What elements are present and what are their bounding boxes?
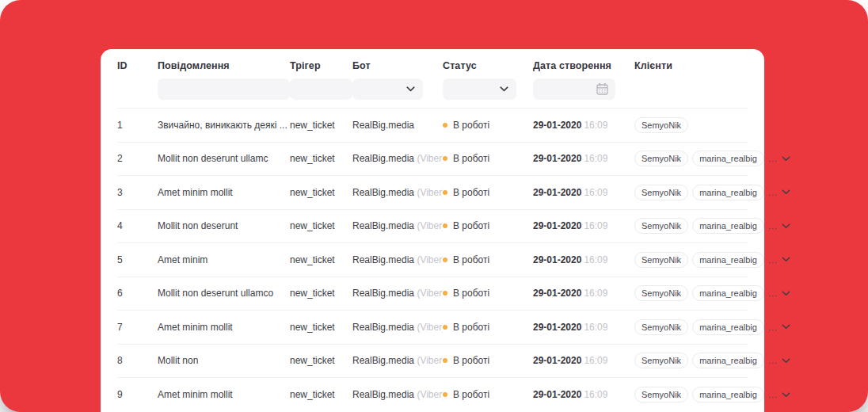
time-value: 16:09 <box>584 187 607 198</box>
client-chip: SemyoNik <box>634 185 688 200</box>
bot-channel: (Viber) <box>417 389 443 400</box>
bot-channel: (Viber) <box>417 288 443 299</box>
clients-more-wrap: ... <box>768 356 790 365</box>
message-filter-input[interactable] <box>158 78 290 100</box>
client-chip: marina_realbig <box>692 151 764 166</box>
column-label-id: ID <box>117 60 158 72</box>
app-background: ID Повідомлення Трігер Бот Статус <box>0 0 868 412</box>
ticket-message: Amet minim mollit <box>158 187 290 198</box>
client-chip: SemyoNik <box>634 252 688 268</box>
client-chip: SemyoNik <box>634 218 688 234</box>
chevron-down-icon[interactable] <box>782 324 790 330</box>
ticket-bot: RealBig.media (Viber) <box>352 355 443 366</box>
ticket-trigger: new_ticket <box>290 288 352 299</box>
clients-more-wrap: ... <box>768 288 790 298</box>
bot-name: RealBig.media <box>352 355 414 366</box>
ticket-bot: RealBig.media (Viber) <box>352 220 443 231</box>
bot-channel: (Viber) <box>417 153 443 164</box>
table-row[interactable]: 6 Mollit non deserunt ullamco new_ticket… <box>117 277 748 311</box>
status-dot <box>443 291 447 296</box>
table-row[interactable]: 8 Mollit non new_ticket RealBig.media (V… <box>117 345 748 379</box>
status-dot <box>443 190 447 195</box>
table-row[interactable]: 5 Amet minim new_ticket RealBig.media (V… <box>117 243 748 277</box>
ticket-created-date: 29-01-202016:09 <box>533 322 634 333</box>
status-label: В роботі <box>453 220 489 231</box>
table-row[interactable]: 2 Mollit non deserunt ullamc new_ticket … <box>117 143 748 177</box>
chevron-down-icon <box>500 86 508 92</box>
column-date: Дата створення <box>533 60 634 108</box>
bot-channel: (Viber) <box>417 322 443 333</box>
ticket-bot: RealBig.media (Viber) <box>352 322 443 333</box>
ticket-message: Mollit non deserunt ullamco <box>158 288 290 299</box>
table-row[interactable]: 4 Mollit non deserunt new_ticket RealBig… <box>117 210 748 244</box>
ticket-clients: SemyoNikmarina_realbig ... <box>634 353 790 368</box>
ticket-clients: SemyoNikmarina_realbig ... <box>634 387 790 402</box>
trigger-filter-input[interactable] <box>290 78 352 100</box>
ticket-bot: RealBig.media (Viber) <box>352 389 443 400</box>
table-row[interactable]: 3 Amet minim mollit new_ticket RealBig.m… <box>117 176 748 210</box>
client-chip: marina_realbig <box>692 387 764 402</box>
ticket-status: В роботі <box>443 355 533 366</box>
chevron-down-icon[interactable] <box>782 257 790 262</box>
status-dot <box>443 156 447 161</box>
chevron-down-icon[interactable] <box>782 358 790 364</box>
client-chip: marina_realbig <box>692 319 764 335</box>
status-filter-select[interactable] <box>443 78 516 100</box>
ticket-message: Amet minim mollit <box>158 322 290 333</box>
date-value: 29-01-2020 <box>533 153 581 164</box>
ticket-clients: SemyoNikmarina_realbig ... <box>634 285 790 301</box>
ticket-trigger: new_ticket <box>290 254 352 265</box>
ticket-clients: SemyoNikmarina_realbig ... <box>634 252 790 268</box>
ticket-message: Mollit non <box>158 355 290 366</box>
bot-name: RealBig.media <box>352 288 414 299</box>
table-row[interactable]: 1 Звичайно, виникають деякі ... new_tick… <box>117 109 748 143</box>
ticket-id: 6 <box>117 288 158 299</box>
column-label-trigger: Трігер <box>290 60 352 72</box>
ticket-created-date: 29-01-202016:09 <box>533 153 634 164</box>
status-dot <box>443 392 447 397</box>
bot-channel: (Viber) <box>417 254 443 265</box>
status-label: В роботі <box>453 254 489 265</box>
ticket-id: 3 <box>117 187 158 198</box>
date-value: 29-01-2020 <box>533 220 581 231</box>
clients-ellipsis: ... <box>768 322 778 332</box>
table-header: ID Повідомлення Трігер Бот Статус <box>117 49 748 109</box>
client-chip: marina_realbig <box>692 285 764 301</box>
column-status: Статус <box>443 60 533 108</box>
ticket-trigger: new_ticket <box>290 389 352 400</box>
column-label-message: Повідомлення <box>158 60 290 72</box>
ticket-created-date: 29-01-202016:09 <box>533 120 634 131</box>
client-chip: marina_realbig <box>692 252 764 268</box>
ticket-clients: SemyoNikmarina_realbig ... <box>634 151 790 166</box>
ticket-created-date: 29-01-202016:09 <box>533 355 634 366</box>
table-row[interactable]: 9 Amet minim mollit new_ticket RealBig.m… <box>117 378 748 412</box>
ticket-bot: RealBig.media (Viber) <box>352 288 443 299</box>
status-label: В роботі <box>453 120 489 131</box>
chevron-down-icon[interactable] <box>782 223 790 229</box>
chevron-down-icon[interactable] <box>782 189 790 195</box>
chevron-down-icon[interactable] <box>782 291 790 296</box>
clients-more-wrap: ... <box>768 390 790 399</box>
ticket-trigger: new_ticket <box>290 355 352 366</box>
clients-ellipsis: ... <box>768 255 778 265</box>
column-message: Повідомлення <box>158 60 290 108</box>
bot-channel: (Viber) <box>417 187 443 198</box>
date-filter-input[interactable] <box>533 78 615 100</box>
time-value: 16:09 <box>584 355 607 366</box>
bot-name: RealBig.media <box>352 389 414 400</box>
ticket-created-date: 29-01-202016:09 <box>533 254 634 265</box>
chevron-down-icon[interactable] <box>782 156 790 162</box>
table-row[interactable]: 7 Amet minim mollit new_ticket RealBig.m… <box>117 311 748 345</box>
ticket-created-date: 29-01-202016:09 <box>533 288 634 299</box>
column-clients: Клієнти <box>634 60 748 108</box>
clients-more-wrap: ... <box>768 154 790 163</box>
bot-name: RealBig.media <box>352 120 414 131</box>
ticket-bot: RealBig.media <box>352 120 443 131</box>
chevron-down-icon[interactable] <box>782 392 790 398</box>
status-label: В роботі <box>453 322 489 333</box>
ticket-id: 9 <box>117 389 158 400</box>
client-chip: SemyoNik <box>634 387 688 402</box>
bot-filter-select[interactable] <box>352 78 423 100</box>
column-id: ID <box>117 60 158 108</box>
chevron-down-icon <box>406 86 415 92</box>
